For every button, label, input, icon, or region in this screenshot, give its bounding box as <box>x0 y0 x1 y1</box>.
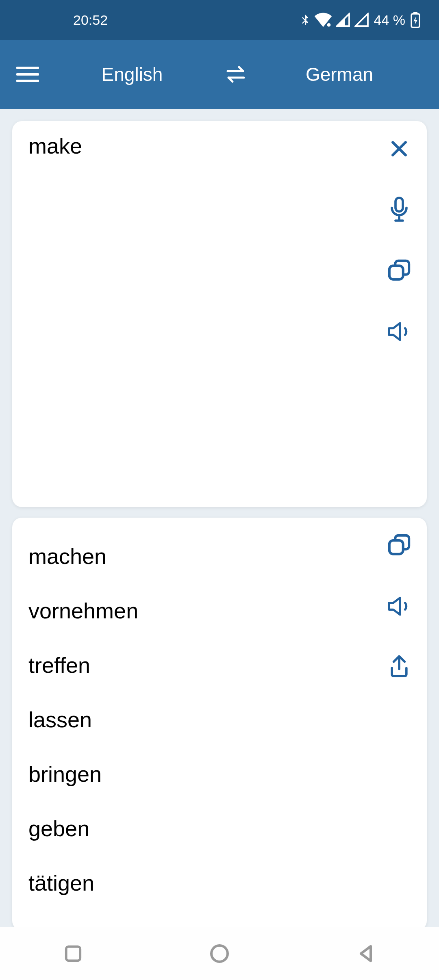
wifi-icon <box>315 13 332 27</box>
result-item[interactable]: bringen <box>28 747 411 801</box>
square-icon <box>64 944 83 963</box>
input-card: make <box>12 121 427 507</box>
speak-input-button[interactable] <box>387 319 411 344</box>
microphone-icon <box>388 197 410 223</box>
voice-input-button[interactable] <box>387 197 411 222</box>
input-actions <box>387 137 411 344</box>
svg-rect-6 <box>389 540 403 554</box>
share-button[interactable] <box>387 655 411 679</box>
speaker-icon <box>387 596 411 616</box>
target-language-button[interactable]: German <box>256 63 423 85</box>
bluetooth-icon <box>299 12 311 28</box>
result-item[interactable]: geben <box>28 801 411 856</box>
signal-icon-1 <box>336 13 350 27</box>
copy-icon <box>387 259 411 282</box>
circle-icon <box>210 944 229 963</box>
status-icons <box>299 12 369 28</box>
result-item[interactable]: machen <box>28 529 411 583</box>
svg-rect-7 <box>66 947 80 961</box>
signal-icon-2 <box>354 13 369 27</box>
close-icon <box>388 138 410 160</box>
status-right: 44 % <box>299 12 421 28</box>
result-item[interactable]: vornehmen <box>28 583 411 638</box>
status-bar: 20:52 44 % <box>0 0 439 40</box>
nav-home-button[interactable] <box>207 941 232 966</box>
results-list: machen vornehmen treffen lassen bringen … <box>28 529 411 910</box>
speaker-icon <box>387 322 411 341</box>
nav-back-button[interactable] <box>354 941 378 966</box>
swap-languages-button[interactable] <box>224 62 248 87</box>
share-icon <box>388 655 410 679</box>
svg-rect-5 <box>389 266 403 280</box>
nav-recent-button[interactable] <box>61 941 85 966</box>
result-item[interactable]: tätigen <box>28 856 411 910</box>
svg-point-1 <box>327 23 330 27</box>
content-area: make machen vornehmen treffen lassen bri… <box>0 109 439 943</box>
svg-rect-4 <box>396 198 403 212</box>
result-item[interactable]: lassen <box>28 692 411 747</box>
status-time: 20:52 <box>73 12 108 28</box>
results-actions <box>387 533 411 679</box>
result-item[interactable]: treffen <box>28 638 411 692</box>
input-text[interactable]: make <box>28 133 411 158</box>
clear-button[interactable] <box>387 137 411 161</box>
battery-percent: 44 % <box>374 12 406 28</box>
source-language-button[interactable]: English <box>49 63 215 85</box>
svg-point-8 <box>211 945 228 962</box>
app-bar: English German <box>0 40 439 109</box>
navigation-bar <box>0 927 439 980</box>
copy-input-button[interactable] <box>387 258 411 283</box>
triangle-back-icon <box>356 944 376 963</box>
battery-charging-icon <box>410 12 421 28</box>
results-card: machen vornehmen treffen lassen bringen … <box>12 518 427 930</box>
speak-results-button[interactable] <box>387 594 411 618</box>
swap-icon <box>224 65 248 83</box>
svg-rect-3 <box>413 12 417 14</box>
menu-button[interactable] <box>16 62 41 87</box>
copy-results-button[interactable] <box>387 533 411 557</box>
copy-icon <box>387 533 411 557</box>
